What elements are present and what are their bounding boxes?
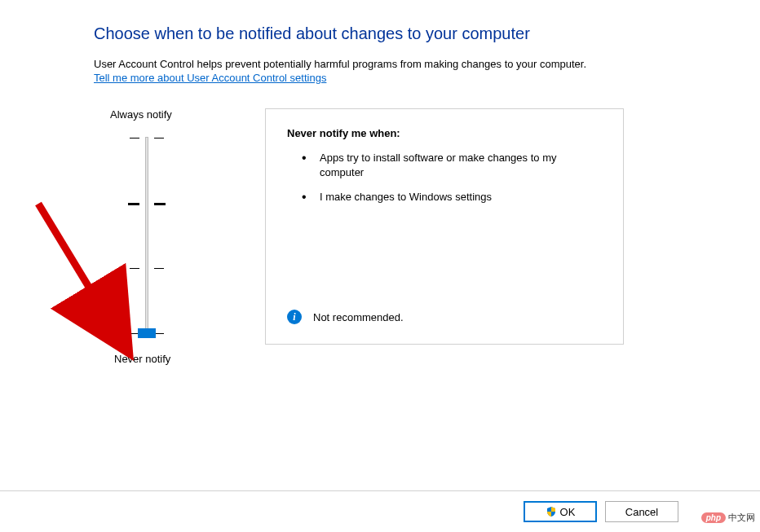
slider-label-always-notify: Always notify [94,108,200,121]
info-panel: Never notify me when: Apps try to instal… [265,108,624,345]
slider-tick [154,138,164,138]
list-item: Apps try to install software or make cha… [302,151,602,180]
shield-icon [546,506,557,517]
slider-tick [128,203,139,205]
slider-section: Always notify Never notify [94,108,200,365]
list-item: I make changes to Windows settings [302,190,602,204]
info-panel-note-text: Not recommended. [313,311,404,323]
help-link[interactable]: Tell me more about User Account Control … [94,72,326,84]
button-bar: OK Cancel [0,490,760,532]
main-content: Choose when to be notified about changes… [0,0,760,381]
ok-button[interactable]: OK [524,501,597,522]
slider-label-never-notify: Never notify [94,353,200,365]
info-panel-list: Apps try to install software or make cha… [287,151,602,205]
slider-track-area [94,137,200,336]
watermark-badge: php [701,512,726,523]
slider-thumb[interactable] [138,328,156,338]
slider-tick [130,268,139,269]
info-panel-heading: Never notify me when: [287,127,602,139]
ok-button-label: OK [560,506,576,518]
page-subtitle: User Account Control helps prevent poten… [94,58,744,70]
info-icon: i [287,310,302,324]
slider-track[interactable] [145,137,148,336]
info-panel-note: i Not recommended. [287,310,404,324]
cancel-button-label: Cancel [625,506,658,518]
slider-tick [154,203,166,205]
slider-tick [154,268,164,269]
watermark-text: 中文网 [728,512,755,524]
main-area: Always notify Never notify Never notify … [94,108,744,365]
page-title: Choose when to be notified about changes… [94,24,744,43]
cancel-button[interactable]: Cancel [605,501,678,522]
slider-tick [130,138,139,138]
watermark: php 中文网 [701,512,755,524]
